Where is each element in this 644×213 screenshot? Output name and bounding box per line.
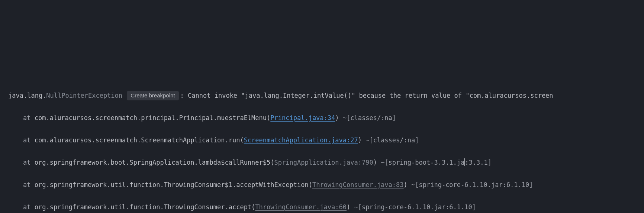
fold-arrow bbox=[2, 201, 7, 213]
exception-message: Cannot invoke "java.lang.Integer.intValu… bbox=[188, 92, 553, 99]
source-link[interactable]: ScreenmatchApplication.java:27 bbox=[244, 136, 358, 144]
stack-frame: at org.springframework.util.function.Thr… bbox=[8, 201, 644, 213]
fold-arrow bbox=[2, 101, 7, 112]
stack-frame: at com.aluracursos.screenmatch.principal… bbox=[8, 112, 644, 123]
colon: : bbox=[180, 92, 188, 99]
fold-arrow bbox=[2, 34, 7, 45]
fold-gutter: › › bbox=[2, 12, 7, 213]
exception-prefix: java.lang. bbox=[8, 92, 46, 99]
create-breakpoint-button[interactable]: Create breakpoint bbox=[127, 91, 178, 100]
stack-frame: at com.aluracursos.screenmatch.Screenmat… bbox=[8, 135, 644, 146]
fold-arrow bbox=[2, 68, 7, 79]
stack-frame: at org.springframework.boot.SpringApplic… bbox=[8, 157, 644, 168]
exception-line: java.lang.NullPointerException Create br… bbox=[8, 90, 644, 101]
source-link[interactable]: SpringApplication.java:790 bbox=[274, 159, 373, 166]
source-link[interactable]: ThrowingConsumer.java:60 bbox=[255, 203, 347, 211]
exception-class-link[interactable]: NullPointerException bbox=[46, 92, 122, 99]
source-link[interactable]: Principal.java:34 bbox=[270, 114, 335, 122]
fold-arrow bbox=[2, 135, 7, 146]
source-link[interactable]: ThrowingConsumer.java:83 bbox=[312, 181, 404, 188]
stack-trace: java.lang.NullPointerException Create br… bbox=[0, 79, 644, 213]
stack-frame: at org.springframework.util.function.Thr… bbox=[8, 179, 644, 190]
fold-arrow bbox=[2, 168, 7, 179]
